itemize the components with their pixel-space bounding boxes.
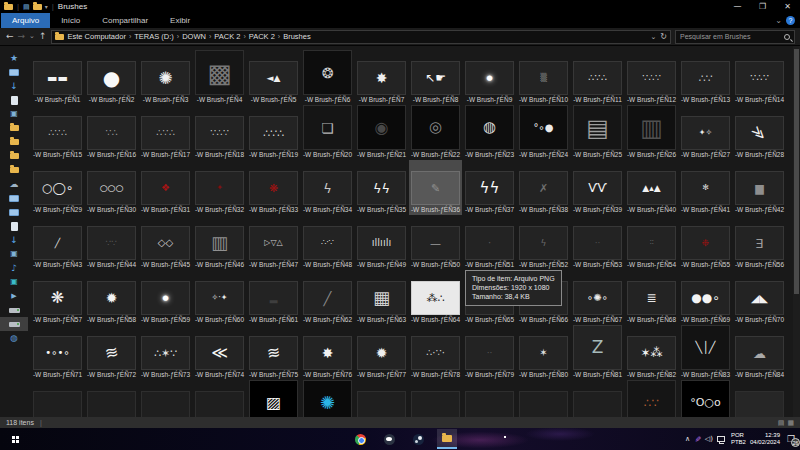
file-item[interactable]: ∴∵∴-W Brush-ƒÉÑ19 (247, 105, 300, 160)
refresh-icon[interactable]: ↻ (660, 32, 667, 41)
file-item[interactable]: •∘•∘-W Brush-ƒÉÑ71 (31, 325, 84, 380)
file-item[interactable]: ◉-W Brush-ƒÉÑ21 (355, 105, 408, 160)
clock[interactable]: 12:39 04/02/2024 (750, 432, 780, 446)
sidebar-item-pictures[interactable]: ▣ (0, 107, 28, 121)
file-item[interactable]: ▆-W Brush-ƒÉÑ42 (733, 160, 786, 215)
file-item[interactable]: ≣-W Brush-ƒÉÑ68 (625, 270, 678, 325)
file-item[interactable]: ѴѴ-W Brush-ƒÉÑ39 (571, 160, 624, 215)
file-item[interactable]: ϟϟ-W Brush-ƒÉÑ37 (463, 160, 516, 215)
breadcrumb-segment[interactable]: Este Computador (65, 32, 129, 41)
breadcrumb-segment[interactable]: PACK 2 (246, 32, 278, 41)
help-icon[interactable]: ? (786, 16, 795, 25)
file-item[interactable]: ∵∴∵-W Brush-ƒÉÑ14 (733, 50, 786, 105)
file-item[interactable] (193, 380, 246, 417)
breadcrumb-segment[interactable]: Brushes (280, 32, 314, 41)
ribbon-expand-chevron-icon[interactable]: ⌄ (775, 16, 782, 25)
file-item[interactable]: ▥-W Brush-ƒÉÑ46 (193, 215, 246, 270)
file-item[interactable]: ✺-W Brush-ƒÉÑ3 (139, 50, 192, 105)
file-item[interactable]: ▲▴▲-W Brush-ƒÉÑ40 (625, 160, 678, 215)
file-item[interactable]: ∴∵ (625, 380, 678, 417)
maximize-button[interactable]: ❐ (750, 0, 775, 13)
file-item[interactable]: ✎-W Brush-ƒÉÑ36 (409, 160, 462, 215)
file-item[interactable]: ▩-W Brush-ƒÉÑ4 (193, 50, 246, 105)
sidebar-item-downloads[interactable]: ↓ (0, 79, 28, 93)
file-item[interactable]: ∴·∵·-W Brush-ƒÉÑ78 (409, 325, 462, 380)
file-item[interactable] (85, 380, 138, 417)
file-item[interactable]: ✺ (301, 380, 354, 417)
file-item[interactable]: ✦-W Brush-ƒÉÑ32 (193, 160, 246, 215)
file-item[interactable] (571, 380, 624, 417)
sidebar-item-folder-1[interactable] (0, 121, 28, 135)
file-item[interactable] (463, 380, 516, 417)
sidebar-item-documents[interactable] (0, 93, 28, 107)
file-item[interactable]: —-W Brush-ƒÉÑ50 (409, 215, 462, 270)
new-folder-icon[interactable] (33, 4, 42, 10)
file-item[interactable]: ▷▽△-W Brush-ƒÉÑ47 (247, 215, 300, 270)
start-button[interactable] (0, 428, 30, 450)
recent-locations-chevron-icon[interactable]: ⌄ (29, 33, 35, 40)
file-item[interactable]: ❉-W Brush-ƒÉÑ55 (679, 215, 732, 270)
file-item[interactable]: ●-W Brush-ƒÉÑ9 (463, 50, 516, 105)
sidebar-item-pc-documents[interactable] (0, 219, 28, 233)
file-item[interactable]: ●-W Brush-ƒÉÑ59 (139, 270, 192, 325)
file-item[interactable]: ✶⁂-W Brush-ƒÉÑ82 (625, 325, 678, 380)
file-item[interactable]: ▒-W Brush-ƒÉÑ10 (517, 50, 570, 105)
file-item[interactable]: ╱-W Brush-ƒÉÑ43 (31, 215, 84, 270)
sidebar-item-folder-2[interactable] (0, 135, 28, 149)
customize-qat-chevron-icon[interactable]: ▾ (45, 3, 48, 10)
file-item[interactable]: ∘✺∘-W Brush-ƒÉÑ67 (571, 270, 624, 325)
file-item[interactable]: ◍-W Brush-ƒÉÑ23 (463, 105, 516, 160)
tray-overflow-chevron-icon[interactable]: ∧ (685, 436, 690, 443)
file-item[interactable]: ϟϟ-W Brush-ƒÉÑ35 (355, 160, 408, 215)
file-item[interactable]: ⁂∴-W Brush-ƒÉÑ64 (409, 270, 462, 325)
sidebar-item-pc-3d-objects[interactable]: ▣ (0, 275, 28, 289)
file-item[interactable]: ✹-W Brush-ƒÉÑ58 (85, 270, 138, 325)
properties-icon[interactable]: ▤ (23, 3, 30, 11)
file-item[interactable]: ✹-W Brush-ƒÉÑ77 (355, 325, 408, 380)
file-item[interactable]: ▨ (247, 380, 300, 417)
sidebar-item-network[interactable]: ◍ (0, 331, 28, 345)
file-item[interactable]: ▤-W Brush-ƒÉÑ25 (571, 105, 624, 160)
file-item[interactable]: ❂-W Brush-ƒÉÑ6 (301, 50, 354, 105)
details-view-icon[interactable]: ▤ (778, 419, 785, 427)
file-item[interactable]: ▥-W Brush-ƒÉÑ26 (625, 105, 678, 160)
file-item[interactable]: ◎-W Brush-ƒÉÑ22 (409, 105, 462, 160)
file-item[interactable]: ◄▲-W Brush-ƒÉÑ5 (247, 50, 300, 105)
file-item[interactable]: ∵∴∵-W Brush-ƒÉÑ18 (193, 105, 246, 160)
file-item[interactable]: ○◯∘-W Brush-ƒÉÑ29 (31, 160, 84, 215)
back-button[interactable]: ← (6, 32, 14, 41)
address-dropdown-chevron-icon[interactable]: ⌄ (650, 33, 656, 41)
file-item[interactable]: ∴∵∴-W Brush-ƒÉÑ11 (571, 50, 624, 105)
language-indicator[interactable]: POR PTB2 (731, 432, 746, 446)
file-item[interactable]: ✸-W Brush-ƒÉÑ7 (355, 50, 408, 105)
vertical-scrollbar[interactable] (793, 46, 800, 417)
file-item[interactable]: ✻-W Brush-ƒÉÑ41 (679, 160, 732, 215)
taskbar-app-chrome[interactable] (350, 429, 370, 449)
file-item[interactable]: ●-W Brush-ƒÉÑ2 (85, 50, 138, 105)
file-item[interactable]: ∴∵∴-W Brush-ƒÉÑ17 (139, 105, 192, 160)
file-item[interactable]: ··-W Brush-ƒÉÑ79 (463, 325, 516, 380)
taskbar-app-steam[interactable] (408, 429, 428, 449)
file-item[interactable]: ✧·✦-W Brush-ƒÉÑ60 (193, 270, 246, 325)
file-item[interactable]: °O○o (679, 380, 732, 417)
file-item[interactable]: ○○○-W Brush-ƒÉÑ30 (85, 160, 138, 215)
menu-tab-arquivo[interactable]: Arquivo (1, 13, 50, 28)
sidebar-item-pc-videos[interactable]: ▶ (0, 289, 28, 303)
file-item[interactable]: ✸-W Brush-ƒÉÑ76 (301, 325, 354, 380)
file-item[interactable]: ❏-W Brush-ƒÉÑ20 (301, 105, 354, 160)
file-item[interactable]: ≫-W Brush-ƒÉÑ28 (733, 105, 786, 160)
sidebar-item-desktop[interactable] (0, 65, 28, 79)
scrollbar-thumb[interactable] (794, 49, 799, 294)
file-item[interactable]: ●●∘-W Brush-ƒÉÑ69 (679, 270, 732, 325)
file-item[interactable]: ❋-W Brush-ƒÉÑ33 (247, 160, 300, 215)
file-item[interactable]: ◢◣-W Brush-ƒÉÑ70 (733, 270, 786, 325)
menu-tab-exibir[interactable]: Exibir (159, 13, 201, 28)
file-item[interactable]: ∵∴∵-W Brush-ƒÉÑ12 (625, 50, 678, 105)
file-item[interactable]: ↖☛-W Brush-ƒÉÑ8 (409, 50, 462, 105)
volume-icon[interactable]: ◁) (705, 436, 713, 443)
sidebar-item-teras-d[interactable] (0, 317, 28, 331)
close-button[interactable]: ✕ (775, 0, 800, 13)
search-input[interactable] (680, 33, 781, 40)
minimize-button[interactable]: — (725, 0, 750, 13)
up-button[interactable]: ↑ (39, 32, 47, 41)
